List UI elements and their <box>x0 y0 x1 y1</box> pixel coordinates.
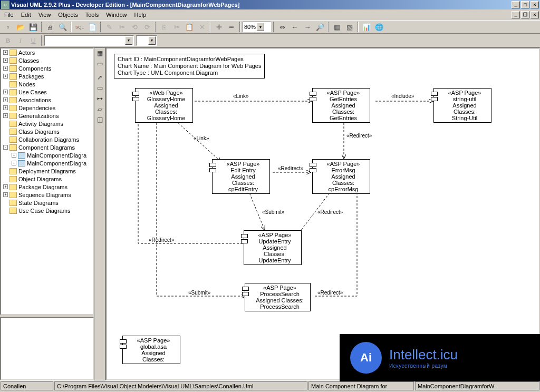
menu-edit[interactable]: Edit <box>18 11 34 19</box>
menu-file[interactable]: File <box>1 11 17 19</box>
component-getentries[interactable]: «ASP Page»GetEntries Assigned Classes:Ge… <box>312 88 370 123</box>
expand-icon[interactable]: + <box>3 192 8 197</box>
dropdown-icon[interactable]: ▼ <box>125 36 132 45</box>
tree-item[interactable]: +Actors <box>1 48 93 56</box>
tree-item[interactable]: Class Diagrams <box>1 128 93 135</box>
globe-icon[interactable]: 🌐 <box>373 21 385 33</box>
dropdown-icon[interactable]: ▼ <box>148 36 156 45</box>
tree-item[interactable]: +Dependencies <box>1 104 93 112</box>
expand-icon[interactable]: + <box>3 74 8 79</box>
menu-window[interactable]: Window <box>103 11 130 19</box>
tree-item[interactable]: +MainComponentDiagra <box>1 151 93 159</box>
arrow-tool-icon[interactable]: ↗ <box>94 72 105 83</box>
tree-item[interactable]: Collaboration Diagrams <box>1 135 93 143</box>
mdi-restore-button[interactable]: ❐ <box>521 11 529 18</box>
package-tool-icon[interactable]: ◫ <box>94 114 105 125</box>
paste-icon[interactable]: 📋 <box>184 21 195 33</box>
grid-icon[interactable]: ▦ <box>331 21 343 33</box>
expand-icon[interactable]: + <box>3 105 8 110</box>
zoom-combo[interactable]: 80% ▼ <box>243 22 271 32</box>
maximize-button[interactable]: □ <box>521 1 529 8</box>
tree-item[interactable]: +Package Diagrams <box>1 183 93 191</box>
snap-icon[interactable]: ▧ <box>344 21 355 33</box>
expand-icon[interactable]: + <box>3 90 8 94</box>
find-icon[interactable]: 🔎 <box>314 21 326 33</box>
menu-tools[interactable]: Tools <box>82 11 102 19</box>
tree-item[interactable]: +Classes <box>1 56 93 64</box>
preview-icon[interactable]: 🔍 <box>57 21 69 33</box>
tree-item[interactable]: +Components <box>1 64 93 72</box>
tree-item[interactable]: +Generalizations <box>1 112 93 120</box>
text-tool-icon[interactable]: ▭ <box>94 58 105 69</box>
expand-icon[interactable]: + <box>3 50 8 55</box>
cross-icon[interactable]: ✛ <box>213 21 225 33</box>
component-glossaryhome[interactable]: «Web Page»GlossaryHome Assigned Classes:… <box>135 88 193 123</box>
component-tool-icon[interactable]: ▭ <box>94 83 105 93</box>
line-icon[interactable]: ━ <box>226 21 237 33</box>
menu-view[interactable]: View <box>35 11 54 19</box>
right-icon[interactable]: → <box>302 21 313 33</box>
tree-item[interactable]: State Diagrams <box>1 199 93 207</box>
tree-item[interactable]: +Associations <box>1 96 93 104</box>
expand-icon[interactable]: + <box>3 66 8 71</box>
size-combo[interactable]: ▼ <box>136 35 157 46</box>
expand-icon[interactable]: + <box>3 113 8 118</box>
expand-icon[interactable]: + <box>3 97 8 102</box>
tool4-icon[interactable]: ⟳ <box>141 21 153 33</box>
font-combo[interactable]: ▼ <box>44 35 134 46</box>
tree-item[interactable]: Use Case Diagrams <box>1 207 93 214</box>
sql-icon[interactable]: SQL <box>74 21 85 33</box>
component-updateentry[interactable]: «ASP Page»UpdateEntry Assigned Classes:U… <box>244 230 302 265</box>
expand-icon[interactable]: + <box>3 58 8 63</box>
print-icon[interactable]: 🖨 <box>44 21 56 33</box>
mdi-minimize-button[interactable]: _ <box>512 11 520 18</box>
open-icon[interactable]: 📂 <box>15 21 26 33</box>
expand-icon[interactable]: + <box>12 153 16 158</box>
menu-objects[interactable]: Objects <box>55 11 81 19</box>
tool2-icon[interactable]: ✂ <box>116 21 128 33</box>
tree-item[interactable]: Object Diagrams <box>1 175 93 183</box>
nav-icon[interactable]: ⇔ <box>276 21 288 33</box>
dropdown-icon[interactable]: ▼ <box>257 23 264 31</box>
tree-item[interactable]: Deployment Diagrams <box>1 167 93 175</box>
component-global[interactable]: «ASP Page»global.asa Assigned Classes: <box>122 336 180 364</box>
tree-item[interactable]: +Sequence Diagrams <box>1 191 93 199</box>
delete-icon[interactable]: ✕ <box>196 21 208 33</box>
diagram-canvas[interactable]: Chart ID : MainComponentDiagramforWebPag… <box>105 47 540 380</box>
minimize-button[interactable]: _ <box>512 1 520 8</box>
close-button[interactable]: × <box>531 1 539 8</box>
new-icon[interactable]: ▫ <box>2 21 14 33</box>
doc-icon[interactable]: 📄 <box>86 21 98 33</box>
note-tool-icon[interactable]: ▱ <box>94 104 105 114</box>
tree-item[interactable]: +Use Cases <box>1 88 93 96</box>
tree-item[interactable]: -Component Diagrams <box>1 143 93 151</box>
tool-icon[interactable]: ✎ <box>103 21 115 33</box>
component-errormsg[interactable]: «ASP Page»ErrorMsg Assigned Classes:cpEr… <box>312 159 370 194</box>
select-tool-icon[interactable]: ▦ <box>94 48 105 58</box>
tree-view[interactable]: +Actors+Classes+Components+PackagesNodes… <box>0 47 94 315</box>
bold-icon[interactable]: B <box>2 35 14 46</box>
tree-item[interactable]: +MainComponentDiagra <box>1 159 93 167</box>
expand-icon[interactable]: + <box>3 184 8 189</box>
component-editentry[interactable]: «ASP Page»Edit Entry Assigned Classes:cp… <box>212 159 270 194</box>
left-icon[interactable]: ← <box>289 21 301 33</box>
expand-icon[interactable]: + <box>12 161 16 165</box>
tree-label: Deployment Diagrams <box>18 168 76 174</box>
tool3-icon[interactable]: ⟲ <box>129 21 140 33</box>
mdi-close-button[interactable]: × <box>531 11 539 18</box>
italic-icon[interactable]: I <box>15 35 26 46</box>
chart-icon[interactable]: 📊 <box>361 21 372 33</box>
save-icon[interactable]: 💾 <box>27 21 39 33</box>
tree-item[interactable]: Nodes <box>1 80 93 88</box>
cut-icon[interactable]: ✂ <box>171 21 182 33</box>
tree-item[interactable]: Activity Diagrams <box>1 120 93 128</box>
tree-label: Packages <box>18 73 44 80</box>
component-stringutil[interactable]: «ASP Page»string-util Assigned Classes:S… <box>433 88 491 123</box>
component-processsearch[interactable]: «ASP Page»ProcessSearch Assigned Classes… <box>245 283 311 311</box>
expand-icon[interactable]: - <box>3 145 8 150</box>
copy-icon[interactable]: ⎘ <box>158 21 170 33</box>
interface-tool-icon[interactable]: ⊶ <box>94 93 105 104</box>
tree-item[interactable]: +Packages <box>1 72 93 80</box>
menu-help[interactable]: Help <box>131 11 149 19</box>
underline-icon[interactable]: U <box>27 35 39 46</box>
